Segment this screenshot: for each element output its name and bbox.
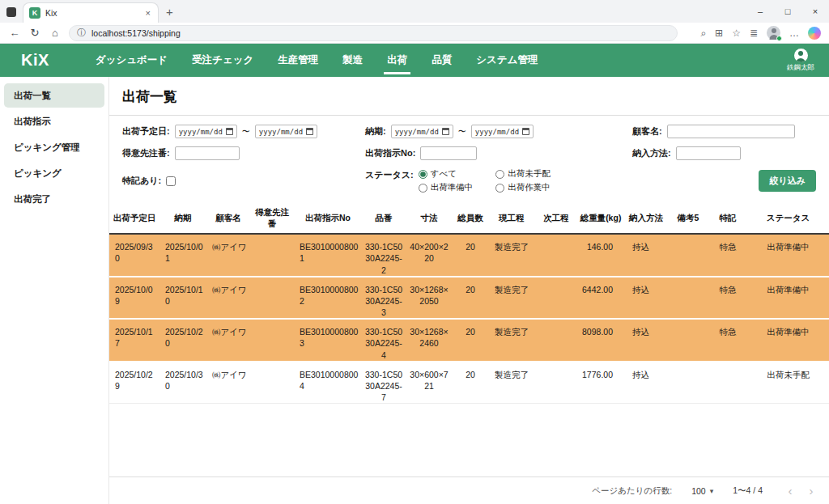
nav-item[interactable]: 出荷: [375, 44, 419, 77]
table-cell: ㈱アイワ: [206, 362, 250, 404]
status-option[interactable]: 出荷作業中: [495, 182, 551, 193]
status-option[interactable]: 出荷未手配: [495, 168, 551, 180]
status-radio[interactable]: [419, 184, 427, 193]
table-cell: ㈱アイワ: [206, 234, 250, 277]
shipping-date-from-input[interactable]: yyyy/mm/dd: [175, 125, 237, 138]
table-row[interactable]: 2025/09/302025/10/01㈱アイワBE30100008001330…: [109, 234, 829, 277]
shipping-date-to-input[interactable]: yyyy/mm/dd: [255, 125, 317, 138]
next-page-button[interactable]: ›: [803, 485, 819, 497]
copilot-icon[interactable]: [808, 27, 821, 40]
site-info-icon[interactable]: ⓘ: [77, 28, 86, 37]
delivery-date-to-input[interactable]: yyyy/mm/dd: [471, 125, 534, 138]
new-tab-icon[interactable]: +: [166, 5, 173, 19]
person-icon: [772, 28, 776, 33]
nav-item[interactable]: 品質: [419, 44, 464, 77]
sidebar-item[interactable]: 出荷一覧: [4, 83, 104, 108]
table-cell: ㈱アイワ: [206, 277, 250, 320]
nav-item[interactable]: 製造: [330, 44, 375, 77]
sidebar-item[interactable]: 出荷完了: [4, 187, 104, 211]
close-icon[interactable]: ×: [801, 0, 829, 23]
filter-shipping-date: 出荷予定日: yyyy/mm/dd 〜 yyyy/mm/dd: [122, 125, 365, 138]
date-range-separator: 〜: [242, 126, 250, 138]
minimize-icon[interactable]: –: [746, 0, 774, 23]
filter-status: ステータス: すべて出荷準備中出荷未手配出荷作業中: [365, 168, 632, 193]
shipping-instruction-no-input[interactable]: [420, 146, 477, 160]
status-radio[interactable]: [495, 170, 504, 179]
special-note-label: 特記あり:: [122, 175, 161, 187]
page-title: 出荷一覧: [109, 77, 829, 116]
status-radio[interactable]: [495, 184, 504, 193]
favorites-star-icon[interactable]: ☆: [732, 28, 741, 38]
table-cell: [535, 234, 577, 277]
user-menu[interactable]: 鉄鋼太郎: [787, 49, 814, 73]
address-bar-input[interactable]: ⓘ localhost:5173/shipping: [69, 25, 678, 41]
table-cell: 特急: [708, 319, 747, 362]
table-cell: 30×1268×2050: [406, 277, 453, 320]
table-cell: 製造完了: [488, 362, 535, 404]
search-icon[interactable]: ⌕: [700, 28, 706, 38]
filter-submit-button[interactable]: 絞り込み: [759, 170, 816, 192]
table-cell: BE30100008001: [294, 234, 362, 277]
table-cell: 2025/10/17: [109, 319, 159, 362]
nav-item[interactable]: 受注チェック: [180, 44, 266, 77]
browser-profile-avatar[interactable]: [767, 26, 780, 40]
sidebar-item[interactable]: ピッキング管理: [4, 135, 104, 159]
special-note-checkbox[interactable]: [166, 176, 176, 186]
tab-actions-icon[interactable]: [6, 7, 16, 17]
table-cell: 8098.00: [577, 319, 624, 362]
customer-input[interactable]: [667, 125, 795, 138]
table-cell: [535, 362, 577, 404]
more-icon[interactable]: …: [789, 28, 799, 38]
table-cell: 20: [453, 319, 488, 362]
calendar-icon[interactable]: [226, 128, 233, 135]
table-cell: 出荷準備中: [747, 234, 829, 277]
sidebar-item[interactable]: ピッキング: [4, 161, 104, 185]
column-header: 出荷指示No: [294, 203, 362, 234]
calendar-icon[interactable]: [306, 128, 313, 135]
table-row[interactable]: 2025/10/092025/10/10㈱アイワBE30100008002330…: [109, 277, 829, 320]
rows-per-page-select[interactable]: 100 ▾: [691, 486, 713, 496]
filter-customer: 顧客名:: [632, 125, 816, 138]
calendar-icon[interactable]: [442, 128, 449, 135]
browser-tab[interactable]: K Kix ×: [23, 2, 159, 23]
collections-icon[interactable]: ≣: [750, 28, 758, 38]
status-option[interactable]: 出荷準備中: [419, 182, 474, 193]
table-row[interactable]: 2025/10/172025/10/20㈱アイワBE30100008003330…: [109, 319, 829, 362]
shipping-table-wrap: 出荷予定日納期顧客名得意先注番出荷指示No品番寸法総員数現工程次工程総重量(kg…: [109, 203, 829, 476]
split-screen-icon[interactable]: ⊞: [715, 28, 723, 38]
maximize-icon[interactable]: □: [774, 0, 801, 23]
table-cell: [668, 362, 708, 404]
table-cell: [668, 319, 708, 362]
shipping-table: 出荷予定日納期顧客名得意先注番出荷指示No品番寸法総員数現工程次工程総重量(kg…: [109, 203, 829, 404]
nav-item[interactable]: ダッシュボード: [83, 44, 180, 77]
nav-item[interactable]: システム管理: [464, 44, 550, 77]
tab-close-icon[interactable]: ×: [144, 8, 152, 18]
table-cell: 6442.00: [577, 277, 624, 320]
back-icon[interactable]: ←: [8, 28, 21, 38]
column-header: 総重量(kg): [577, 203, 624, 234]
status-option[interactable]: すべて: [419, 168, 474, 180]
home-icon[interactable]: ⌂: [49, 28, 62, 38]
table-row[interactable]: 2025/10/292025/10/30㈱アイワBE30100008004330…: [109, 362, 829, 404]
table-cell: 製造完了: [488, 277, 535, 320]
table-cell: 330-1C50 30A2245-4: [362, 319, 406, 362]
table-cell: 出荷準備中: [747, 277, 829, 320]
table-cell: [668, 234, 708, 277]
app-logo[interactable]: KiX: [21, 51, 49, 70]
sidebar-item[interactable]: 出荷指示: [4, 109, 104, 133]
table-cell: 30×600×721: [406, 362, 453, 404]
table-cell: BE30100008003: [294, 319, 362, 362]
customer-order-no-input[interactable]: [175, 146, 240, 160]
delivery-date-from-input[interactable]: yyyy/mm/dd: [391, 125, 453, 138]
table-cell: [250, 277, 294, 320]
customer-order-no-label: 得意先注番:: [122, 147, 170, 159]
prev-page-button[interactable]: ‹: [782, 485, 798, 497]
status-label: ステータス:: [365, 169, 414, 181]
person-icon: [798, 51, 803, 56]
reload-icon[interactable]: ↻: [28, 28, 41, 38]
calendar-icon[interactable]: [522, 128, 529, 135]
nav-item[interactable]: 生産管理: [266, 44, 330, 77]
delivery-method-input[interactable]: [676, 146, 741, 160]
status-radio[interactable]: [419, 170, 427, 179]
table-cell: [668, 277, 708, 320]
